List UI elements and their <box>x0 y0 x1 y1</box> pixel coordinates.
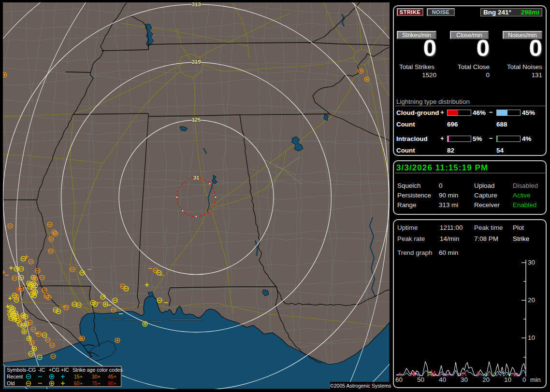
svg-text:50: 50 <box>417 376 424 383</box>
svg-text:min: min <box>530 376 541 383</box>
svg-text:31: 31 <box>193 175 200 181</box>
svg-text:30: 30 <box>461 376 468 383</box>
svg-text:219: 219 <box>191 59 201 65</box>
svg-text:30: 30 <box>528 259 535 266</box>
svg-text:20: 20 <box>482 376 490 383</box>
svg-text:125: 125 <box>191 117 201 123</box>
svg-text:40: 40 <box>439 376 446 383</box>
svg-text:60: 60 <box>395 376 403 383</box>
svg-text:0: 0 <box>522 376 526 383</box>
svg-text:10: 10 <box>504 376 511 383</box>
svg-text:313: 313 <box>191 2 201 7</box>
svg-text:10: 10 <box>528 334 535 341</box>
svg-text:20: 20 <box>528 296 535 304</box>
